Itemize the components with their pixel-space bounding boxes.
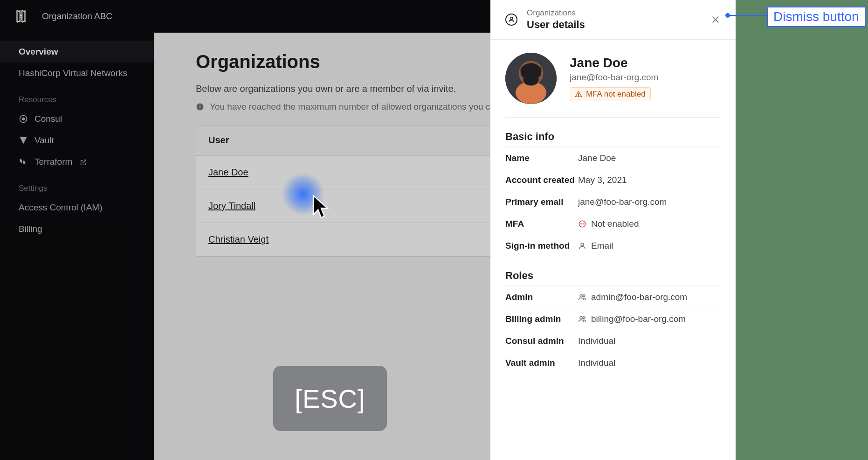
users-icon [578, 315, 586, 323]
svg-point-5 [510, 17, 512, 20]
label: Consul admin [505, 336, 578, 346]
svg-point-10 [525, 72, 529, 75]
kv-email: Primary email jane@foo-bar-org.com [505, 191, 721, 213]
svg-point-16 [581, 243, 584, 246]
kv-name: Name Jane Doe [505, 147, 721, 169]
value: Individual [578, 336, 615, 346]
svg-point-19 [580, 316, 582, 319]
drawer-body: Jane Doe jane@foo-bar-org.com MFA not en… [490, 40, 736, 387]
value: jane@foo-bar-org.com [578, 197, 667, 207]
esc-key-badge: [ESC] [273, 366, 387, 431]
label: Billing admin [505, 314, 578, 324]
value: admin@foo-bar-org.com [578, 292, 687, 302]
kv-signin: Sign-in method Email [505, 235, 721, 257]
annotation-callout: Dismiss button [767, 7, 866, 27]
basic-info-heading: Basic info [505, 131, 721, 143]
user-icon [578, 242, 586, 250]
label: MFA [505, 219, 578, 229]
profile-block: Jane Doe jane@foo-bar-org.com MFA not en… [505, 53, 721, 118]
svg-point-11 [534, 72, 537, 75]
users-icon [578, 293, 586, 301]
app-window: Organization ABC Overview HashiCorp Virt… [0, 0, 736, 460]
kv-role-consul: Consul admin Individual [505, 330, 721, 352]
avatar [505, 53, 557, 104]
roles-heading: Roles [505, 270, 721, 282]
kv-role-billing: Billing admin billing@foo-bar-org.com [505, 308, 721, 330]
warning-icon [575, 91, 582, 98]
label: Sign-in method [505, 241, 578, 251]
kv-role-vault: Vault admin Individual [505, 352, 721, 374]
value: Not enabled [578, 219, 639, 229]
profile-email: jane@foo-bar-org.com [570, 72, 658, 83]
kv-created: Account created May 3, 2021 [505, 169, 721, 191]
user-icon [505, 14, 517, 26]
value: Individual [578, 358, 615, 368]
value: May 3, 2021 [578, 175, 627, 185]
svg-point-18 [583, 295, 586, 297]
label: Account created [505, 175, 578, 185]
label: Vault admin [505, 358, 578, 368]
value: billing@foo-bar-org.com [578, 314, 686, 324]
label: Admin [505, 292, 578, 302]
drawer-breadcrumb: Organizations [527, 8, 585, 18]
profile-name: Jane Doe [570, 56, 658, 70]
svg-point-9 [524, 73, 539, 85]
user-details-drawer: Organizations User details [490, 0, 736, 460]
drawer-title: User details [527, 19, 585, 31]
close-icon[interactable] [710, 14, 721, 25]
svg-point-20 [583, 317, 586, 319]
drawer-header: Organizations User details [490, 0, 736, 40]
svg-point-17 [580, 294, 582, 297]
svg-point-13 [578, 96, 579, 96]
value: Jane Doe [578, 153, 616, 163]
label: Name [505, 153, 578, 163]
mfa-warning-badge: MFA not enabled [570, 87, 651, 101]
annotation-line [727, 15, 770, 16]
label: Primary email [505, 197, 578, 207]
value: Email [578, 241, 613, 251]
denied-icon [578, 220, 586, 228]
kv-mfa: MFA Not enabled [505, 213, 721, 235]
mfa-badge-text: MFA not enabled [586, 90, 646, 99]
kv-role-admin: Admin admin@foo-bar-org.com [505, 286, 721, 308]
